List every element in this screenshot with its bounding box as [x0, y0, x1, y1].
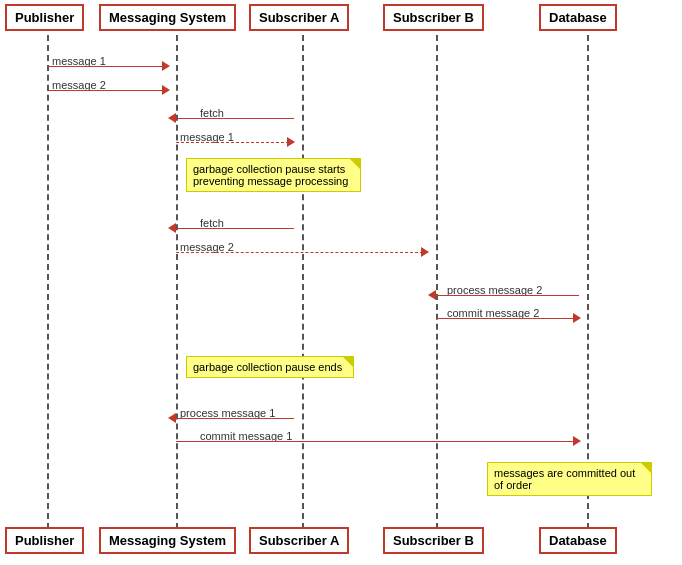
sequence-diagram: Publisher Messaging System Subscriber A … — [0, 0, 682, 565]
lifeline-database-top: Database — [539, 4, 617, 31]
arrow-fetch1 — [176, 118, 294, 119]
lifeline-messaging-bottom: Messaging System — [99, 527, 236, 554]
lifeline-subscriberB-top: Subscriber B — [383, 4, 484, 31]
arrowhead-fetch1 — [168, 113, 176, 123]
arrow-message2 — [47, 90, 168, 91]
lifeline-subscriberA-bottom: Subscriber A — [249, 527, 349, 554]
arrowhead-message2 — [162, 85, 170, 95]
arrow-commit-msg2 — [436, 318, 579, 319]
arrowhead-process-msg2 — [428, 290, 436, 300]
arrowhead-msg2-deliver — [421, 247, 429, 257]
arrow-msg2-deliver — [176, 252, 428, 253]
arrow-process-msg2 — [436, 295, 579, 296]
arrowhead-fetch2 — [168, 223, 176, 233]
lifeline-line-messaging — [176, 35, 178, 529]
arrowhead-commit-msg1 — [573, 436, 581, 446]
lifeline-line-subscriberA — [302, 35, 304, 529]
arrow-fetch2 — [176, 228, 294, 229]
arrow-process-msg1 — [176, 418, 294, 419]
lifeline-database-bottom: Database — [539, 527, 617, 554]
note-gc-pause-start: garbage collection pause starts preventi… — [186, 158, 361, 192]
arrowhead-process-msg1 — [168, 413, 176, 423]
arrow-commit-msg1 — [176, 441, 579, 442]
lifeline-subscriberA-top: Subscriber A — [249, 4, 349, 31]
lifeline-line-publisher — [47, 35, 49, 529]
note-gc-pause-end: garbage collection pause ends — [186, 356, 354, 378]
lifeline-messaging-top: Messaging System — [99, 4, 236, 31]
lifeline-subscriberB-bottom: Subscriber B — [383, 527, 484, 554]
lifeline-publisher-bottom: Publisher — [5, 527, 84, 554]
lifeline-line-subscriberB — [436, 35, 438, 529]
lifeline-publisher-top: Publisher — [5, 4, 84, 31]
arrowhead-message1 — [162, 61, 170, 71]
arrowhead-commit-msg2 — [573, 313, 581, 323]
note-out-of-order: messages are committed out of order — [487, 462, 652, 496]
arrow-msg1-deliver — [176, 142, 294, 143]
lifeline-line-database — [587, 35, 589, 529]
arrow-message1 — [47, 66, 168, 67]
arrowhead-msg1-deliver — [287, 137, 295, 147]
